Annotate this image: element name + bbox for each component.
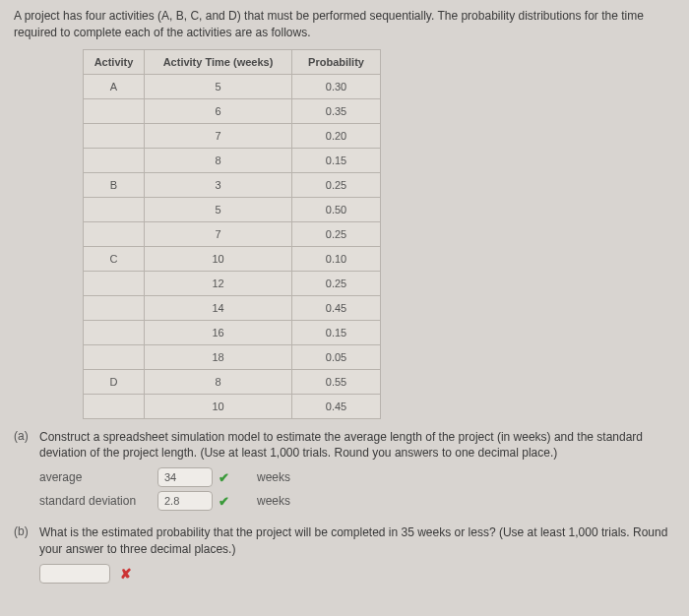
cell-activity	[84, 344, 145, 369]
cell-time: 10	[145, 394, 292, 418]
cell-prob: 0.25	[292, 221, 381, 246]
cell-time: 6	[145, 98, 292, 123]
cell-activity	[84, 123, 145, 148]
header-activity: Activity	[84, 49, 145, 74]
cell-time: 12	[145, 271, 292, 295]
cell-prob: 0.10	[292, 246, 381, 271]
cell-activity: A	[84, 74, 145, 98]
std-input[interactable]	[157, 491, 213, 511]
cell-activity	[84, 98, 145, 123]
cell-prob: 0.50	[292, 197, 381, 221]
part-a-text: Construct a spreadsheet simulation model…	[39, 429, 675, 462]
cell-prob: 0.25	[292, 172, 381, 197]
cell-prob: 0.30	[292, 74, 381, 98]
table-row: B30.25	[84, 172, 381, 197]
table-row: 80.15	[84, 148, 381, 172]
cell-time: 3	[145, 172, 292, 197]
cell-activity: D	[84, 369, 145, 394]
cell-time: 18	[145, 344, 292, 369]
cell-activity	[84, 295, 145, 320]
cell-time: 7	[145, 123, 292, 148]
check-icon: ✔	[219, 470, 229, 485]
table-row: 70.25	[84, 221, 381, 246]
table-row: D80.55	[84, 369, 381, 394]
activity-table: Activity Activity Time (weeks) Probabili…	[83, 49, 381, 419]
cell-time: 7	[145, 221, 292, 246]
cell-activity: B	[84, 172, 145, 197]
cell-time: 8	[145, 369, 292, 394]
cell-prob: 0.45	[292, 394, 381, 418]
table-row: 180.05	[84, 344, 381, 369]
cell-prob: 0.20	[292, 123, 381, 148]
part-b-input[interactable]	[39, 564, 110, 584]
cell-prob: 0.15	[292, 148, 381, 172]
cell-activity	[84, 394, 145, 418]
cell-time: 10	[145, 246, 292, 271]
average-unit: weeks	[257, 470, 290, 484]
table-row: C100.10	[84, 246, 381, 271]
cell-activity: C	[84, 246, 145, 271]
average-label: average	[39, 470, 157, 484]
cell-prob: 0.35	[292, 98, 381, 123]
part-b-label: (b)	[14, 524, 39, 538]
std-unit: weeks	[257, 494, 290, 508]
table-row: 120.25	[84, 271, 381, 295]
table-row: A50.30	[84, 74, 381, 98]
table-row: 140.45	[84, 295, 381, 320]
part-a-label: (a)	[14, 429, 39, 443]
header-time: Activity Time (weeks)	[145, 49, 292, 74]
cell-activity	[84, 221, 145, 246]
problem-intro: A project has four activities (A, B, C, …	[14, 8, 675, 41]
check-icon: ✔	[219, 494, 229, 509]
cell-activity	[84, 320, 145, 344]
header-prob: Probability	[292, 49, 381, 74]
table-row: 160.15	[84, 320, 381, 344]
cross-icon: ✘	[120, 566, 132, 582]
cell-activity	[84, 197, 145, 221]
table-row: 100.45	[84, 394, 381, 418]
cell-prob: 0.45	[292, 295, 381, 320]
cell-prob: 0.15	[292, 320, 381, 344]
cell-time: 8	[145, 148, 292, 172]
table-row: 60.35	[84, 98, 381, 123]
cell-time: 5	[145, 74, 292, 98]
cell-time: 14	[145, 295, 292, 320]
cell-activity	[84, 271, 145, 295]
table-row: 70.20	[84, 123, 381, 148]
std-label: standard deviation	[39, 494, 157, 508]
cell-prob: 0.25	[292, 271, 381, 295]
part-b-text: What is the estimated probability that t…	[39, 524, 675, 558]
cell-prob: 0.55	[292, 369, 381, 394]
cell-time: 5	[145, 197, 292, 221]
table-row: 50.50	[84, 197, 381, 221]
cell-activity	[84, 148, 145, 172]
average-input[interactable]	[157, 467, 213, 487]
cell-time: 16	[145, 320, 292, 344]
cell-prob: 0.05	[292, 344, 381, 369]
